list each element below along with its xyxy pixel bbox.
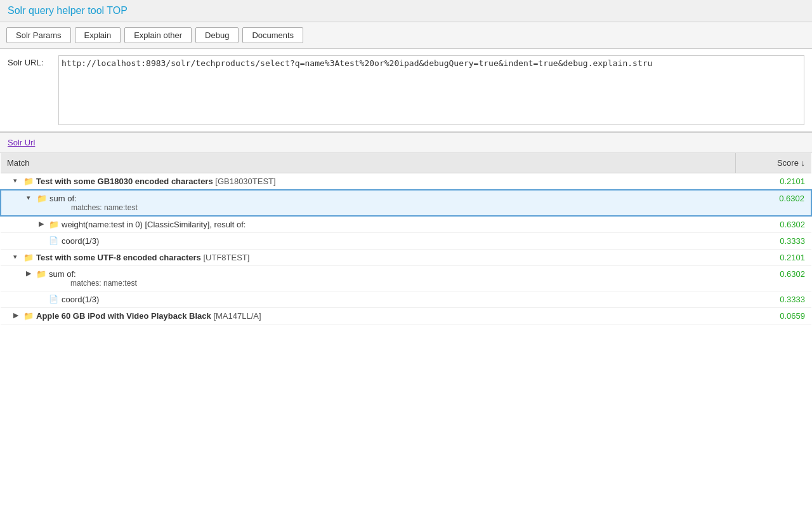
match-text: Test with some GB18030 encoded character… — [36, 177, 729, 186]
results-body: ▾📁Test with some GB18030 encoded charact… — [1, 173, 811, 324]
match-cell: ▶📁Apple 60 GB iPod with Video Playback B… — [1, 308, 735, 324]
match-text: coord(1/3) — [62, 236, 729, 246]
table-row: ▾📁Test with some GB18030 encoded charact… — [1, 173, 811, 190]
toggle-icon[interactable]: ▶ — [13, 311, 22, 320]
table-row: ▾📁Test with some UTF-8 encoded character… — [1, 250, 811, 266]
score-column-header: Score ↓ — [735, 153, 811, 173]
url-section: Solr URL: — [0, 49, 812, 133]
url-label: Solr URL: — [8, 55, 52, 67]
solr-url-link[interactable]: Solr Url — [0, 133, 812, 153]
match-text: coord(1/3) — [62, 295, 729, 304]
match-text: weight(name:test in 0) [ClassicSimilarit… — [62, 220, 729, 229]
table-row: ▶📁sum of:matches: name:test0.6302 — [1, 266, 811, 291]
folder-icon: 📁 — [49, 220, 59, 229]
folder-icon: 📁 — [23, 311, 34, 320]
score-value: 0.2101 — [735, 173, 811, 190]
score-value: 0.6302 — [735, 190, 811, 216]
score-value: 0.3333 — [735, 233, 811, 250]
solr-url-input[interactable] — [58, 55, 804, 125]
toggle-placeholder — [39, 236, 48, 245]
match-cell: ▶📁weight(name:test in 0) [ClassicSimilar… — [1, 216, 735, 233]
results-section: Solr Url Match Score ↓ ▾📁Test with some … — [0, 133, 812, 324]
match-cell: ▾📁Test with some GB18030 encoded charact… — [1, 173, 735, 190]
match-column-header: Match — [1, 153, 735, 173]
score-value: 0.2101 — [735, 250, 811, 266]
explain-other-button[interactable]: Explain other — [124, 27, 192, 43]
match-text: sum of:matches: name:test — [49, 269, 137, 288]
table-row: 📄coord(1/3)0.3333 — [1, 233, 811, 250]
score-value: 0.6302 — [735, 266, 811, 291]
doc-icon: 📄 — [49, 295, 59, 304]
toggle-icon[interactable]: ▶ — [26, 269, 35, 278]
folder-icon: 📁 — [23, 253, 34, 262]
match-cell: ▾📁Test with some UTF-8 encoded character… — [1, 250, 735, 266]
score-value: 0.0659 — [735, 308, 811, 324]
match-text: Apple 60 GB iPod with Video Playback Bla… — [36, 311, 729, 321]
folder-icon: 📁 — [37, 194, 47, 203]
match-cell: 📄coord(1/3) — [1, 233, 735, 250]
toggle-placeholder — [39, 295, 48, 304]
table-row: 📄coord(1/3)0.3333 — [1, 291, 811, 308]
toggle-icon[interactable]: ▶ — [39, 220, 48, 229]
debug-button[interactable]: Debug — [195, 27, 239, 43]
match-text: Test with some UTF-8 encoded characters … — [36, 253, 729, 262]
folder-icon: 📁 — [23, 177, 34, 185]
table-header-row: Match Score ↓ — [1, 153, 811, 173]
toolbar: Solr Params Explain Explain other Debug … — [0, 22, 812, 49]
toggle-icon[interactable]: ▾ — [13, 177, 22, 185]
toggle-icon[interactable]: ▾ — [27, 194, 36, 203]
match-cell: ▶📁sum of:matches: name:test — [1, 266, 735, 291]
score-value: 0.6302 — [735, 216, 811, 233]
table-row: ▾📁sum of:matches: name:test0.6302 — [1, 190, 811, 216]
doc-icon: 📄 — [49, 236, 59, 245]
match-cell: ▾📁sum of:matches: name:test — [1, 190, 735, 216]
score-value: 0.3333 — [735, 291, 811, 308]
table-row: ▶📁Apple 60 GB iPod with Video Playback B… — [1, 308, 811, 324]
match-cell: 📄coord(1/3) — [1, 291, 735, 308]
documents-button[interactable]: Documents — [242, 27, 303, 43]
explain-button[interactable]: Explain — [75, 27, 121, 43]
table-row: ▶📁weight(name:test in 0) [ClassicSimilar… — [1, 216, 811, 233]
solr-params-button[interactable]: Solr Params — [6, 27, 71, 43]
page-title: Solr query helper tool TOP — [8, 5, 128, 16]
folder-icon: 📁 — [36, 269, 46, 278]
results-table: Match Score ↓ ▾📁Test with some GB18030 e… — [0, 153, 812, 324]
match-text: sum of:matches: name:test — [49, 194, 138, 212]
header: Solr query helper tool TOP — [0, 0, 812, 22]
toggle-icon[interactable]: ▾ — [13, 253, 22, 262]
